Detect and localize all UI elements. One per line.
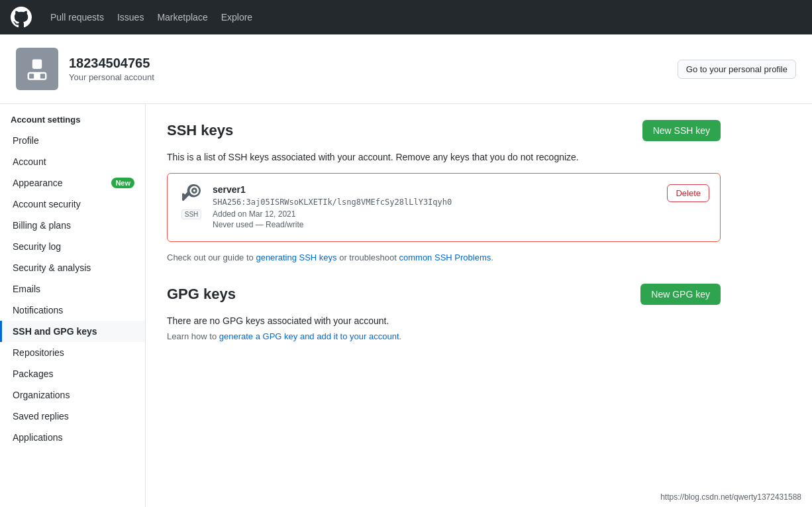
avatar [16,48,58,90]
key-name: server1 [213,184,452,195]
svg-rect-3 [29,74,34,78]
sidebar-item-label-emails: Emails [13,284,40,294]
sidebar-badge-appearance: New [111,178,134,188]
ssh-keys-section: SSH keys New SSH key This is a list of S… [167,120,721,262]
sidebar-item-label-account-security: Account security [13,199,81,209]
key-usage: Never used — Read/write [213,220,452,229]
gpg-keys-section: GPG keys New GPG key There are no GPG ke… [167,284,721,341]
key-added-date: Added on Mar 12, 2021 [213,209,452,219]
gpg-learn-text: Learn how to generate a GPG key and add … [167,331,721,341]
svg-rect-1 [32,60,42,69]
sidebar-item-security-log[interactable]: Security log [0,236,145,257]
sidebar-item-label-billing-plans: Billing & plans [13,220,71,231]
key-fingerprint: SHA256:3aj05ISRWsoKLXETIk/lsng8VMEfcSy28… [213,197,452,207]
sidebar-item-label-account: Account [13,156,46,167]
new-ssh-key-button[interactable]: New SSH key [642,120,721,141]
sidebar-item-label-packages: Packages [13,368,53,379]
ssh-section-description: This is a list of SSH keys associated wi… [167,152,721,162]
sidebar-item-security-analysis[interactable]: Security & analysis [0,257,145,278]
sidebar-item-label-organizations: Organizations [13,390,70,400]
sidebar-item-ssh-gpg-keys[interactable]: SSH and GPG keys [0,321,145,342]
top-navigation: Pull requestsIssuesMarketplaceExplore [0,0,812,34]
sidebar-item-label-profile: Profile [13,135,39,146]
sidebar-item-label-security-log: Security log [13,241,61,252]
gpg-section-title: GPG keys [167,286,236,303]
new-gpg-key-button[interactable]: New GPG key [640,284,721,305]
delete-key-button[interactable]: Delete [667,184,709,202]
key-icon [182,184,201,207]
sidebar-item-packages[interactable]: Packages [0,363,145,384]
sidebar-item-label-appearance: Appearance [13,178,63,188]
main-layout: Account settings ProfileAccountAppearanc… [0,104,812,507]
sidebar-item-saved-replies[interactable]: Saved replies [0,406,145,427]
generate-gpg-key-link[interactable]: generate a GPG key and add it to your ac… [219,331,399,341]
svg-rect-4 [40,74,45,78]
sidebar-items-container: ProfileAccountAppearanceNewAccount secur… [0,130,145,448]
sidebar-item-label-applications: Applications [13,432,63,443]
user-subtitle: Your personal account [69,72,154,82]
topnav-item-issues[interactable]: Issues [112,8,149,27]
sidebar-item-emails[interactable]: Emails [0,278,145,300]
common-ssh-problems-link[interactable]: common SSH Problems [399,253,491,262]
username: 18234504765 [69,56,154,71]
main-content: SSH keys New SSH key This is a list of S… [146,104,742,507]
topnav-item-marketplace[interactable]: Marketplace [152,8,213,27]
sidebar-item-account-security[interactable]: Account security [0,194,145,215]
sidebar-heading: Account settings [0,109,145,130]
go-to-profile-button[interactable]: Go to your personal profile [678,60,796,79]
sidebar-item-notifications[interactable]: Notifications [0,300,145,321]
avatar-icon [21,53,53,85]
github-logo-icon [11,7,32,28]
sidebar-item-appearance[interactable]: AppearanceNew [0,172,145,194]
sidebar-item-repositories[interactable]: Repositories [0,342,145,363]
sidebar-item-profile[interactable]: Profile [0,130,145,151]
gpg-empty-text: There are no GPG keys associated with yo… [167,315,721,326]
ssh-section-title: SSH keys [167,122,233,139]
footer-url: https://blog.csdn.net/qwerty1372431588 [660,492,801,502]
sidebar-item-label-saved-replies: Saved replies [13,411,69,422]
sidebar-item-label-ssh-gpg-keys: SSH and GPG keys [13,326,97,337]
sidebar-item-label-repositories: Repositories [13,347,64,358]
sidebar-item-applications[interactable]: Applications [0,427,145,448]
sidebar-item-organizations[interactable]: Organizations [0,384,145,406]
sidebar-item-account[interactable]: Account [0,151,145,172]
sidebar-item-label-security-analysis: Security & analysis [13,262,91,273]
key-type-badge: SSH [181,209,202,219]
topnav-item-pull-requests[interactable]: Pull requests [45,8,109,27]
sidebar-item-billing-plans[interactable]: Billing & plans [0,215,145,236]
topnav-items: Pull requestsIssuesMarketplaceExplore [45,8,258,27]
topnav-item-explore[interactable]: Explore [216,8,258,27]
ssh-guide-text: Check out our guide to generating SSH ke… [167,253,721,262]
sidebar: Account settings ProfileAccountAppearanc… [0,104,146,507]
generating-ssh-keys-link[interactable]: generating SSH keys [256,253,336,262]
ssh-key-card: SSH server1 SHA256:3aj05ISRWsoKLXETIk/ls… [167,173,721,242]
sidebar-item-label-notifications: Notifications [13,305,63,315]
user-header: 18234504765 Your personal account Go to … [0,34,812,104]
